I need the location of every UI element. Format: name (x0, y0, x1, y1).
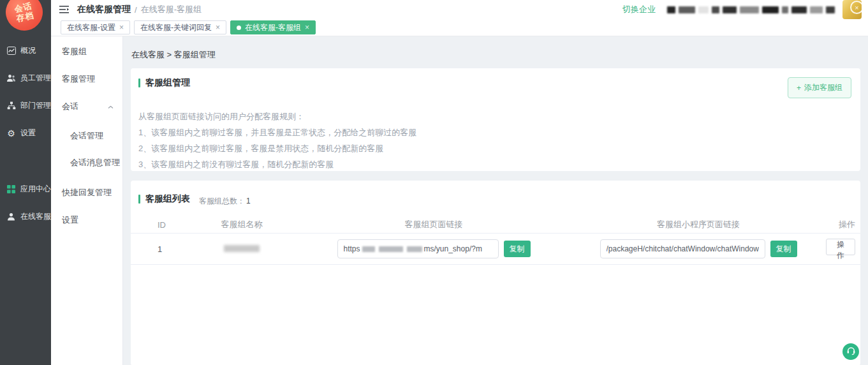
section-accent-bar (138, 195, 140, 204)
group-page-link-input[interactable]: https ms/yun_shop/?m (337, 239, 499, 258)
section-title: 客服组管理 (145, 77, 190, 89)
redacted-company-info (667, 6, 835, 13)
group-list-card: 客服组列表 客服组总数： 1 ID 客服组名称 客服组页面链接 客服组小程序页面… (131, 181, 860, 365)
rule-line: 3、该客服组内之前没有聊过客服，随机分配新的客服 (138, 156, 851, 172)
row-action-button[interactable]: 操作 (826, 239, 855, 255)
redacted-group-name (224, 245, 260, 252)
submenu-item-service-group[interactable]: 客服组 (51, 38, 122, 65)
close-icon[interactable]: × (305, 24, 309, 31)
submenu-label: 快捷回复管理 (62, 187, 112, 198)
rule-line: 2、该客服组内之前聊过客服，客服是禁用状态，随机分配新的客服 (138, 140, 851, 156)
submenu-label: 客服管理 (62, 73, 95, 85)
top-header: 在线客服管理 / 在线客服-客服组 切换企业 × (51, 0, 868, 19)
help-fab-button[interactable] (842, 343, 859, 360)
add-group-label: 添加客服组 (804, 82, 842, 93)
link-text-end: ms/yun_shop/?m (424, 244, 482, 253)
sidebar-spacer (0, 147, 51, 175)
sidebar-item-app-center[interactable]: 应用中心 (0, 175, 51, 203)
cell-miniprogram-link: 复制 (571, 239, 826, 258)
table-header-row: ID 客服组名称 客服组页面链接 客服组小程序页面链接 操作 (131, 216, 860, 234)
col-header-miniprogram-link: 客服组小程序页面链接 (571, 219, 826, 230)
sidebar-item-label: 设置 (20, 128, 36, 138)
add-group-button[interactable]: + 添加客服组 (788, 77, 851, 98)
sidebar-item-departments[interactable]: 部门管理 (0, 92, 51, 119)
submenu-item-settings[interactable]: 设置 (51, 206, 122, 234)
tab-label: 在线客服-设置 (67, 22, 115, 33)
departments-icon (6, 101, 16, 110)
col-header-action: 操作 (826, 219, 860, 230)
sidebar-item-settings[interactable]: ⚙ 设置 (0, 119, 51, 147)
submenu-label: 会话消息管理 (70, 157, 120, 168)
rule-line: 1、该客服组内之前聊过客服，并且客服是正常状态，分配给之前聊过的客服 (138, 124, 851, 140)
apps-grid-icon (6, 184, 16, 194)
group-manage-card: 客服组管理 + 添加客服组 从客服组页面链接访问的用户分配客服规则： 1、该客服… (131, 68, 860, 171)
sidebar-item-overview[interactable]: 概况 (0, 37, 51, 64)
sidebar-item-label: 员工管理 (20, 73, 51, 84)
secondary-sidebar: 客服组 客服管理 会话 会话管理 会话消息管理 快捷回复管理 设置 (51, 36, 123, 365)
tab-keyword-reply[interactable]: 在线客服-关键词回复 × (134, 20, 226, 34)
submenu-item-service-manage[interactable]: 客服管理 (51, 65, 122, 93)
link-text-start: https (344, 244, 360, 253)
submenu-item-session-manage[interactable]: 会话管理 (51, 123, 122, 149)
assignment-rules: 从客服组页面链接访问的用户分配客服规则： 1、该客服组内之前聊过客服，并且客服是… (138, 108, 851, 172)
group-total-value: 1 (246, 197, 251, 205)
sidebar-item-label: 概况 (20, 45, 36, 56)
miniprogram-link-input[interactable] (600, 239, 765, 258)
copy-miniprogram-link-button[interactable]: 复制 (770, 241, 797, 257)
avatar-close-icon: × (850, 1, 862, 14)
user-avatar[interactable]: × (842, 0, 862, 19)
close-icon[interactable]: × (119, 24, 124, 31)
submenu-item-quick-reply[interactable]: 快捷回复管理 (51, 179, 122, 206)
content-breadcrumb: 在线客服 > 客服组管理 (123, 36, 868, 68)
redacted-url-part (362, 246, 375, 252)
person-icon (6, 212, 16, 221)
cell-action: 操作 (826, 239, 860, 260)
breadcrumb-current: 在线客服-客服组 (141, 4, 202, 15)
plus-icon: + (797, 84, 801, 93)
submenu-label: 会话管理 (70, 130, 103, 142)
redacted-url-part (407, 246, 422, 252)
cell-group-name (187, 244, 297, 254)
sidebar-item-label: 部门管理 (20, 100, 51, 111)
cell-group-id: 1 (131, 244, 187, 254)
table-row: 1 https ms/yun_shop/?m 复制 复制 (131, 234, 860, 265)
sidebar-item-employees[interactable]: 员工管理 (0, 64, 51, 92)
sidebar-item-online-service[interactable]: 在线客服 (0, 203, 51, 230)
group-total-label: 客服组总数： (199, 196, 245, 207)
submenu-label: 会话 (62, 101, 78, 112)
rules-intro: 从客服组页面链接访问的用户分配客服规则： (138, 108, 851, 124)
section-title: 客服组列表 (145, 193, 190, 205)
gear-icon: ⚙ (6, 128, 16, 138)
col-header-name: 客服组名称 (187, 219, 297, 230)
submenu-item-session-message-manage[interactable]: 会话消息管理 (51, 149, 122, 176)
main-content: 在线客服 > 客服组管理 客服组管理 + 添加客服组 从客服组页面链接访问的用户… (123, 36, 868, 365)
open-tabs-bar: 在线客服-设置 × 在线客服-关键词回复 × 在线客服-客服组 × (51, 19, 868, 36)
employees-icon (6, 73, 16, 83)
copy-page-link-button[interactable]: 复制 (504, 241, 531, 257)
submenu-label: 设置 (62, 214, 78, 226)
close-icon[interactable]: × (216, 24, 220, 31)
redacted-url-part (379, 246, 403, 252)
menu-fold-icon[interactable] (59, 5, 70, 14)
group-table: ID 客服组名称 客服组页面链接 客服组小程序页面链接 操作 1 https (131, 216, 860, 265)
col-header-page-link: 客服组页面链接 (297, 219, 571, 230)
sidebar-item-label: 在线客服 (20, 211, 51, 222)
submenu-item-session[interactable]: 会话 (51, 93, 122, 120)
tab-label: 在线客服-客服组 (245, 22, 301, 33)
chevron-up-icon (108, 101, 114, 111)
switch-company-link[interactable]: 切换企业 (622, 4, 656, 15)
cell-page-link: https ms/yun_shop/?m 复制 (297, 239, 571, 258)
active-tab-dot-icon (237, 26, 241, 30)
breadcrumb-separator: / (135, 5, 137, 15)
tab-service-group[interactable]: 在线客服-客服组 × (230, 20, 316, 34)
sidebar-item-label: 应用中心 (20, 184, 51, 195)
overview-chart-icon (6, 46, 16, 56)
section-accent-bar (138, 78, 140, 87)
page-title: 在线客服管理 (77, 4, 131, 15)
headset-icon (846, 346, 856, 357)
submenu-label: 客服组 (62, 46, 87, 57)
col-header-id: ID (131, 220, 187, 230)
tab-label: 在线客服-关键词回复 (140, 22, 212, 33)
tab-online-service-settings[interactable]: 在线客服-设置 × (61, 20, 130, 34)
primary-sidebar: 概况 员工管理 部门管理 ⚙ 设置 应用中心 (0, 0, 51, 365)
